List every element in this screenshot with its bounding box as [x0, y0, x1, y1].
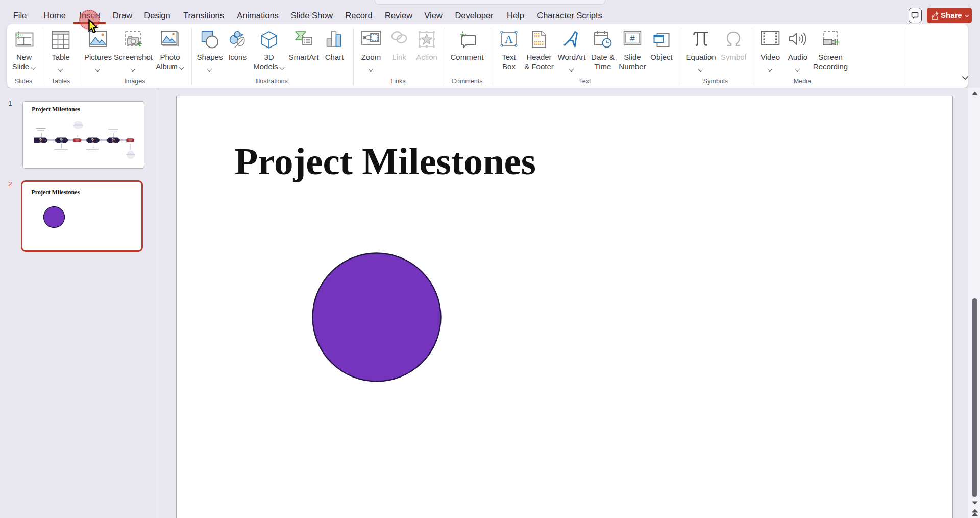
- svg-text:date: date: [91, 141, 94, 143]
- svg-text:date: date: [39, 141, 42, 143]
- svg-text:Q₃: Q₃: [91, 138, 94, 141]
- svg-text:Q₄: Q₄: [112, 138, 115, 141]
- svg-text:date: date: [112, 141, 115, 143]
- svg-text:date: date: [60, 141, 63, 143]
- svg-text:#: #: [630, 34, 635, 43]
- svg-text:Q₁: Q₁: [39, 138, 42, 141]
- svg-text:Q₂: Q₂: [60, 138, 63, 141]
- svg-text:A: A: [505, 33, 513, 45]
